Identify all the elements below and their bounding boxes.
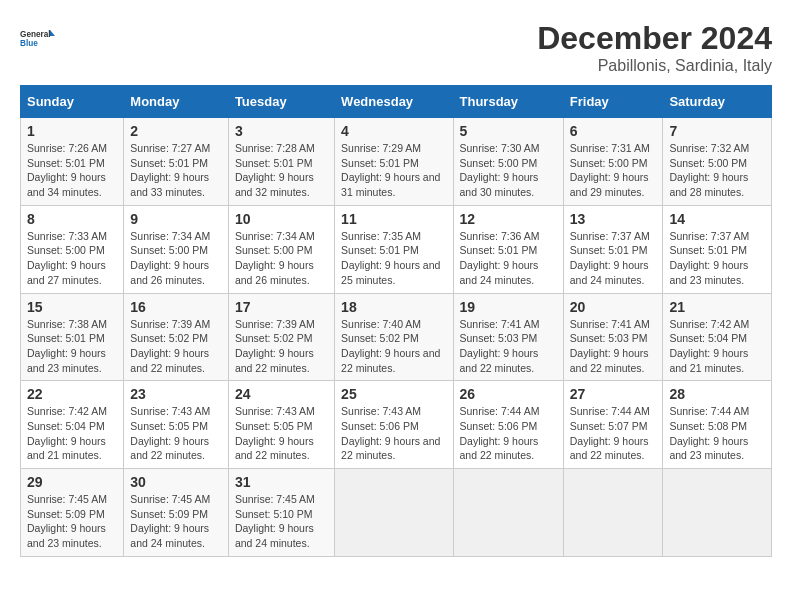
calendar-week-row: 8 Sunrise: 7:33 AMSunset: 5:00 PMDayligh… [21, 205, 772, 293]
day-info: Sunrise: 7:43 AMSunset: 5:05 PMDaylight:… [130, 404, 222, 463]
day-number: 5 [460, 123, 557, 139]
day-number: 12 [460, 211, 557, 227]
day-number: 13 [570, 211, 657, 227]
day-info: Sunrise: 7:34 AMSunset: 5:00 PMDaylight:… [130, 229, 222, 288]
day-info: Sunrise: 7:39 AMSunset: 5:02 PMDaylight:… [130, 317, 222, 376]
day-info: Sunrise: 7:41 AMSunset: 5:03 PMDaylight:… [570, 317, 657, 376]
day-info: Sunrise: 7:42 AMSunset: 5:04 PMDaylight:… [669, 317, 765, 376]
day-number: 25 [341, 386, 446, 402]
day-info: Sunrise: 7:44 AMSunset: 5:06 PMDaylight:… [460, 404, 557, 463]
calendar-day-cell: 28 Sunrise: 7:44 AMSunset: 5:08 PMDaylig… [663, 381, 772, 469]
calendar-day-cell: 8 Sunrise: 7:33 AMSunset: 5:00 PMDayligh… [21, 205, 124, 293]
day-number: 22 [27, 386, 117, 402]
logo: General Blue [20, 20, 56, 56]
day-number: 6 [570, 123, 657, 139]
calendar-day-cell: 2 Sunrise: 7:27 AMSunset: 5:01 PMDayligh… [124, 118, 229, 206]
day-info: Sunrise: 7:34 AMSunset: 5:00 PMDaylight:… [235, 229, 328, 288]
day-info: Sunrise: 7:33 AMSunset: 5:00 PMDaylight:… [27, 229, 117, 288]
calendar-day-cell: 10 Sunrise: 7:34 AMSunset: 5:00 PMDaylig… [228, 205, 334, 293]
day-number: 27 [570, 386, 657, 402]
day-info: Sunrise: 7:43 AMSunset: 5:06 PMDaylight:… [341, 404, 446, 463]
calendar-day-cell: 15 Sunrise: 7:38 AMSunset: 5:01 PMDaylig… [21, 293, 124, 381]
day-number: 20 [570, 299, 657, 315]
calendar-day-cell: 5 Sunrise: 7:30 AMSunset: 5:00 PMDayligh… [453, 118, 563, 206]
calendar-day-cell: 12 Sunrise: 7:36 AMSunset: 5:01 PMDaylig… [453, 205, 563, 293]
day-info: Sunrise: 7:41 AMSunset: 5:03 PMDaylight:… [460, 317, 557, 376]
calendar-day-cell: 24 Sunrise: 7:43 AMSunset: 5:05 PMDaylig… [228, 381, 334, 469]
calendar-day-cell: 31 Sunrise: 7:45 AMSunset: 5:10 PMDaylig… [228, 469, 334, 557]
day-header: Saturday [663, 86, 772, 118]
day-info: Sunrise: 7:36 AMSunset: 5:01 PMDaylight:… [460, 229, 557, 288]
day-info: Sunrise: 7:45 AMSunset: 5:10 PMDaylight:… [235, 492, 328, 551]
day-info: Sunrise: 7:44 AMSunset: 5:07 PMDaylight:… [570, 404, 657, 463]
day-number: 11 [341, 211, 446, 227]
day-info: Sunrise: 7:45 AMSunset: 5:09 PMDaylight:… [130, 492, 222, 551]
calendar-day-cell: 22 Sunrise: 7:42 AMSunset: 5:04 PMDaylig… [21, 381, 124, 469]
day-info: Sunrise: 7:31 AMSunset: 5:00 PMDaylight:… [570, 141, 657, 200]
day-info: Sunrise: 7:32 AMSunset: 5:00 PMDaylight:… [669, 141, 765, 200]
day-header: Monday [124, 86, 229, 118]
day-number: 18 [341, 299, 446, 315]
logo-svg: General Blue [20, 20, 56, 56]
day-number: 3 [235, 123, 328, 139]
calendar-day-cell: 29 Sunrise: 7:45 AMSunset: 5:09 PMDaylig… [21, 469, 124, 557]
day-number: 17 [235, 299, 328, 315]
day-number: 16 [130, 299, 222, 315]
day-number: 19 [460, 299, 557, 315]
day-info: Sunrise: 7:35 AMSunset: 5:01 PMDaylight:… [341, 229, 446, 288]
day-number: 29 [27, 474, 117, 490]
calendar-week-row: 1 Sunrise: 7:26 AMSunset: 5:01 PMDayligh… [21, 118, 772, 206]
calendar-day-cell: 6 Sunrise: 7:31 AMSunset: 5:00 PMDayligh… [563, 118, 663, 206]
day-header: Friday [563, 86, 663, 118]
day-info: Sunrise: 7:27 AMSunset: 5:01 PMDaylight:… [130, 141, 222, 200]
day-number: 9 [130, 211, 222, 227]
calendar-day-cell: 23 Sunrise: 7:43 AMSunset: 5:05 PMDaylig… [124, 381, 229, 469]
day-number: 24 [235, 386, 328, 402]
location-subtitle: Pabillonis, Sardinia, Italy [537, 57, 772, 75]
calendar-day-cell [453, 469, 563, 557]
day-number: 21 [669, 299, 765, 315]
day-number: 26 [460, 386, 557, 402]
day-info: Sunrise: 7:42 AMSunset: 5:04 PMDaylight:… [27, 404, 117, 463]
calendar-table: SundayMondayTuesdayWednesdayThursdayFrid… [20, 85, 772, 557]
day-info: Sunrise: 7:44 AMSunset: 5:08 PMDaylight:… [669, 404, 765, 463]
header: General Blue December 2024 Pabillonis, S… [20, 20, 772, 75]
day-info: Sunrise: 7:28 AMSunset: 5:01 PMDaylight:… [235, 141, 328, 200]
calendar-day-cell: 26 Sunrise: 7:44 AMSunset: 5:06 PMDaylig… [453, 381, 563, 469]
day-info: Sunrise: 7:40 AMSunset: 5:02 PMDaylight:… [341, 317, 446, 376]
day-number: 23 [130, 386, 222, 402]
svg-text:General: General [20, 30, 51, 39]
day-number: 28 [669, 386, 765, 402]
month-title: December 2024 [537, 20, 772, 57]
day-info: Sunrise: 7:30 AMSunset: 5:00 PMDaylight:… [460, 141, 557, 200]
day-info: Sunrise: 7:37 AMSunset: 5:01 PMDaylight:… [570, 229, 657, 288]
calendar-day-cell: 7 Sunrise: 7:32 AMSunset: 5:00 PMDayligh… [663, 118, 772, 206]
title-area: December 2024 Pabillonis, Sardinia, Ital… [537, 20, 772, 75]
calendar-day-cell: 27 Sunrise: 7:44 AMSunset: 5:07 PMDaylig… [563, 381, 663, 469]
day-info: Sunrise: 7:37 AMSunset: 5:01 PMDaylight:… [669, 229, 765, 288]
day-info: Sunrise: 7:29 AMSunset: 5:01 PMDaylight:… [341, 141, 446, 200]
svg-marker-2 [50, 30, 55, 36]
calendar-header-row: SundayMondayTuesdayWednesdayThursdayFrid… [21, 86, 772, 118]
day-info: Sunrise: 7:43 AMSunset: 5:05 PMDaylight:… [235, 404, 328, 463]
day-header: Tuesday [228, 86, 334, 118]
calendar-day-cell: 4 Sunrise: 7:29 AMSunset: 5:01 PMDayligh… [335, 118, 453, 206]
calendar-day-cell: 20 Sunrise: 7:41 AMSunset: 5:03 PMDaylig… [563, 293, 663, 381]
calendar-day-cell [563, 469, 663, 557]
day-header: Thursday [453, 86, 563, 118]
calendar-day-cell: 18 Sunrise: 7:40 AMSunset: 5:02 PMDaylig… [335, 293, 453, 381]
calendar-day-cell: 19 Sunrise: 7:41 AMSunset: 5:03 PMDaylig… [453, 293, 563, 381]
day-info: Sunrise: 7:39 AMSunset: 5:02 PMDaylight:… [235, 317, 328, 376]
svg-text:Blue: Blue [20, 39, 38, 48]
calendar-day-cell [335, 469, 453, 557]
calendar-day-cell: 3 Sunrise: 7:28 AMSunset: 5:01 PMDayligh… [228, 118, 334, 206]
calendar-day-cell: 1 Sunrise: 7:26 AMSunset: 5:01 PMDayligh… [21, 118, 124, 206]
calendar-day-cell: 25 Sunrise: 7:43 AMSunset: 5:06 PMDaylig… [335, 381, 453, 469]
calendar-day-cell: 13 Sunrise: 7:37 AMSunset: 5:01 PMDaylig… [563, 205, 663, 293]
calendar-day-cell: 21 Sunrise: 7:42 AMSunset: 5:04 PMDaylig… [663, 293, 772, 381]
day-header: Sunday [21, 86, 124, 118]
calendar-week-row: 29 Sunrise: 7:45 AMSunset: 5:09 PMDaylig… [21, 469, 772, 557]
calendar-day-cell: 9 Sunrise: 7:34 AMSunset: 5:00 PMDayligh… [124, 205, 229, 293]
calendar-week-row: 15 Sunrise: 7:38 AMSunset: 5:01 PMDaylig… [21, 293, 772, 381]
day-number: 4 [341, 123, 446, 139]
